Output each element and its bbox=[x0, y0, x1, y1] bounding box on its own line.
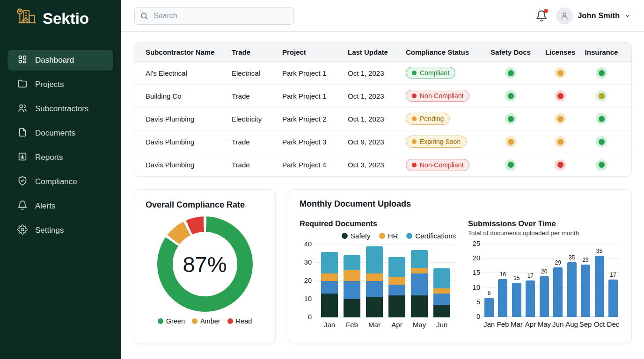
segment-unlabeled-blue bbox=[344, 281, 360, 299]
notifications-button[interactable] bbox=[535, 10, 548, 22]
legend-item-green: Green bbox=[158, 317, 185, 325]
licenses-indicator bbox=[555, 113, 566, 124]
status-badge: Non-Compliant bbox=[406, 90, 469, 102]
table-row[interactable]: Davis PlumbingTradePark Project 4Oct 3, … bbox=[134, 153, 631, 176]
legend-item-read: Read bbox=[227, 317, 252, 325]
x-tick-label: Jan bbox=[321, 321, 338, 329]
cell-status: Compliant bbox=[406, 67, 483, 79]
legend-item-hr: HR bbox=[379, 232, 398, 240]
insurance-indicator bbox=[596, 90, 607, 101]
sidebar-item-documents[interactable]: Documents bbox=[7, 123, 113, 144]
sidebar-item-label: Dashboard bbox=[35, 56, 74, 65]
bar bbox=[526, 280, 535, 317]
search-box bbox=[134, 7, 294, 25]
sidebar-item-dashboard[interactable]: Dashboard bbox=[7, 50, 113, 71]
table-row[interactable]: Davis PlumbingTradePark Project 3Oct 9, … bbox=[134, 130, 631, 153]
status-badge: Non-Compliant bbox=[406, 159, 469, 171]
user-menu[interactable]: John Smith bbox=[556, 7, 631, 24]
segment-safety bbox=[344, 299, 360, 317]
bar-group bbox=[315, 244, 456, 317]
bar-value-label: 29 bbox=[555, 259, 561, 266]
stacked-bar-jun bbox=[433, 268, 450, 317]
legend-label: Green bbox=[166, 317, 185, 325]
legend-dot bbox=[158, 318, 163, 324]
status-label: Pending bbox=[420, 115, 444, 122]
status-label: Compliant bbox=[420, 69, 449, 77]
bottom-row: Overall Compliance Rate 87% GreenAmberRe… bbox=[134, 189, 632, 344]
table-header: Subcontractor NameTradeProjectLast Updat… bbox=[134, 43, 631, 62]
cell-licenses bbox=[555, 113, 566, 124]
bar-column-jan: 8 bbox=[483, 244, 496, 317]
indicator-dot bbox=[599, 93, 605, 99]
column-header: Trade bbox=[232, 48, 282, 56]
cell-licenses bbox=[555, 90, 566, 101]
x-tick-label: Aug bbox=[565, 320, 578, 328]
donut-hole: 87% bbox=[173, 232, 237, 296]
status-label: Non-Compliant bbox=[420, 92, 463, 100]
safety-docs-indicator bbox=[505, 136, 516, 147]
safety-docs-indicator bbox=[505, 113, 516, 124]
bar-column-mar: 15 bbox=[510, 244, 523, 317]
sidebar-item-settings[interactable]: Settings bbox=[7, 220, 113, 241]
stacked-chart-plot bbox=[315, 244, 456, 317]
bar bbox=[553, 267, 563, 317]
cell-status: Non-Compliant bbox=[406, 90, 483, 102]
logo: Sektio bbox=[0, 0, 121, 31]
cell-status: Expiring Soon bbox=[406, 136, 483, 148]
indicator-dot bbox=[508, 93, 514, 99]
segment-certifications bbox=[366, 246, 383, 274]
cell-last-update: Oct 3, 2023 bbox=[348, 161, 406, 169]
shield-check-icon bbox=[17, 176, 28, 188]
cell-insurance bbox=[596, 136, 607, 147]
x-tick-label: Apr bbox=[524, 320, 537, 328]
cell-last-update: Oct 1, 2023 bbox=[348, 92, 406, 100]
folder-icon bbox=[17, 79, 28, 91]
segment-certifications bbox=[433, 268, 450, 288]
cell-trade: Trade bbox=[232, 92, 282, 100]
stacked-chart-xaxis: JanFebMarAprMayJun bbox=[315, 321, 456, 329]
gear-icon bbox=[17, 224, 28, 237]
bar bbox=[608, 280, 618, 317]
bar-value-label: 15 bbox=[513, 275, 520, 281]
chart-heading: Submissions Over Time bbox=[468, 219, 620, 228]
safety-docs-indicator bbox=[505, 67, 516, 79]
sidebar-item-alerts[interactable]: Alerts bbox=[7, 196, 113, 216]
cell-trade: Electrical bbox=[232, 69, 282, 77]
legend-dot bbox=[406, 233, 412, 239]
search-input[interactable] bbox=[134, 7, 294, 25]
indicator-dot bbox=[599, 162, 605, 168]
card-title: Overall Compliance Rate bbox=[146, 200, 264, 210]
segment-certifications bbox=[321, 252, 338, 274]
licenses-indicator bbox=[555, 67, 566, 79]
table-row[interactable]: Al's ElectricalElectricalPark Project 1O… bbox=[134, 62, 631, 85]
stacked-chart-area: JanFebMarAprMayJun 010203040 bbox=[300, 244, 456, 329]
status-badge-dot bbox=[412, 71, 417, 75]
bar bbox=[595, 256, 604, 317]
table-row[interactable]: Building CoTradePark Project 1Oct 1, 202… bbox=[134, 85, 631, 108]
table-row[interactable]: Davis PlumbingElectricityPark Project 2O… bbox=[134, 108, 631, 130]
subcontractor-compliance-table: Subcontractor NameTradeProjectLast Updat… bbox=[134, 42, 632, 177]
segment-safety bbox=[366, 297, 383, 317]
cell-licenses bbox=[555, 159, 566, 171]
stacked-bar-feb bbox=[344, 255, 360, 317]
status-badge-dot bbox=[412, 163, 417, 167]
sidebar-item-projects[interactable]: Projects bbox=[7, 74, 113, 95]
x-tick-label: Feb bbox=[344, 321, 360, 329]
bar bbox=[540, 276, 549, 317]
charts-row: Required Documents SafetyHRCertification… bbox=[300, 219, 620, 329]
cell-insurance bbox=[596, 90, 607, 101]
sidebar-item-compliance[interactable]: Compliance bbox=[7, 172, 113, 192]
sidebar-item-reports[interactable]: Reports bbox=[7, 147, 113, 168]
legend-dot bbox=[342, 233, 348, 239]
x-tick-label: Mar bbox=[366, 321, 383, 329]
licenses-indicator bbox=[555, 159, 566, 171]
cell-project: Park Project 1 bbox=[282, 69, 348, 77]
sidebar-item-subcontractors[interactable]: Subcontractors bbox=[7, 99, 113, 119]
cell-project: Park Project 3 bbox=[282, 138, 348, 146]
x-tick-label: May bbox=[411, 321, 428, 329]
bar bbox=[484, 298, 494, 317]
segment-hr bbox=[411, 268, 428, 274]
indicator-dot bbox=[557, 70, 564, 76]
cell-licenses bbox=[555, 136, 566, 147]
cell-project: Park Project 2 bbox=[282, 115, 348, 123]
